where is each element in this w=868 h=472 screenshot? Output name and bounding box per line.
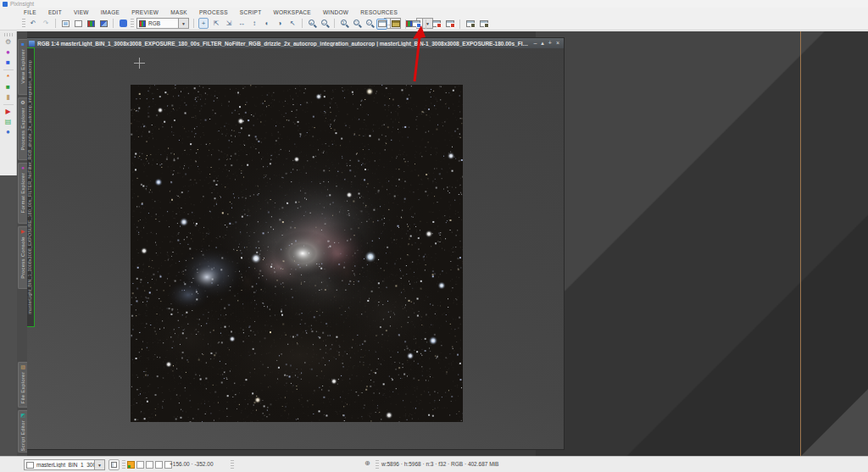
stf-a-button[interactable]: ◐ — [262, 18, 272, 29]
blue-sphere-icon[interactable]: ● — [3, 128, 14, 136]
channel-selector-value: RGB — [146, 20, 178, 26]
astro-image[interactable] — [131, 85, 463, 422]
app-title-bar: PixInsight — [0, 0, 868, 8]
menu-process[interactable]: PROCESS — [199, 9, 228, 15]
fit-view-button[interactable]: □ — [352, 18, 362, 29]
image-window-content[interactable] — [27, 48, 564, 449]
shade-all-windows-button[interactable] — [478, 19, 489, 30]
red-flag-icon[interactable]: ▶ — [3, 108, 14, 116]
shade-window-button[interactable] — [465, 19, 476, 30]
window-blue-badge-icon — [412, 20, 420, 27]
stf-b-button[interactable]: ◑ — [275, 18, 285, 29]
undo-button[interactable]: ↶ — [28, 18, 38, 29]
thumbnail-mode-button[interactable] — [390, 19, 401, 30]
rgb-image-icon — [87, 20, 95, 27]
view-selector[interactable]: masterLight_BIN_1_3008x3008_EXPOS ▼ — [24, 459, 105, 470]
pan-horizontal-icon: ↔ — [238, 19, 245, 27]
window-iconize-button[interactable]: – — [533, 39, 537, 47]
left-tool-strip: ⚙ ● ■ * ■ ▮ ▶ ▤ ● — [0, 31, 17, 175]
image-window-title-bar[interactable]: RGB 1:4 masterLight_BIN_1_3008x3008_EXPO… — [27, 38, 564, 48]
tab-label: View Explorer — [20, 49, 25, 84]
cursor-coordinates: +156.00 · -352.00 — [170, 461, 214, 467]
duplicate-image-button[interactable] — [98, 18, 108, 29]
menu-view[interactable]: VIEW — [74, 9, 89, 15]
menu-image[interactable]: IMAGE — [101, 9, 120, 15]
iconize-window-button[interactable] — [410, 19, 421, 30]
window-shade-button[interactable]: ▴ — [541, 39, 544, 47]
toolbar-separator — [405, 19, 406, 29]
fit-screen-icon: ▫ — [365, 19, 375, 29]
view-properties-button[interactable] — [108, 459, 120, 470]
workspace-square[interactable] — [146, 461, 153, 469]
redo-button[interactable]: ↷ — [41, 18, 51, 29]
select-cursor-button[interactable]: ↖ — [287, 18, 298, 29]
green-document-icon[interactable]: ▤ — [3, 118, 14, 126]
image-window[interactable]: RGB 1:4 masterLight_BIN_1_3008x3008_EXPO… — [27, 37, 565, 450]
toolbar-drag-handle[interactable] — [131, 19, 134, 28]
tab-file-explorer[interactable]: ▨ File Explorer — [18, 362, 27, 408]
process-console-icon: ▶ — [21, 229, 25, 235]
toolbar-separator — [426, 19, 426, 29]
view-window-icon — [26, 462, 34, 469]
menu-window[interactable]: WINDOW — [323, 9, 348, 15]
close-window-button[interactable] — [431, 19, 442, 30]
expand-window-button[interactable]: ⇱ — [211, 18, 221, 29]
status-separator — [122, 460, 125, 469]
new-window-button[interactable] — [73, 18, 83, 29]
zoom-out-button[interactable]: − — [320, 18, 330, 29]
tab-label: File Explorer — [20, 372, 25, 404]
channel-selector-arrow[interactable]: ▼ — [178, 19, 188, 28]
left-strip-drag-handle[interactable] — [4, 33, 13, 36]
pan-vertical-button[interactable]: ↕ — [249, 18, 259, 29]
menu-file[interactable]: FILE — [24, 9, 36, 15]
view-selector-value: masterLight_BIN_1_3008x3008_EXPOS — [34, 462, 94, 468]
window-close-button[interactable]: × — [556, 39, 559, 47]
left-strip-separator — [3, 104, 14, 105]
menu-resources[interactable]: RESOURCES — [360, 9, 398, 15]
pan-horizontal-button[interactable]: ↔ — [236, 18, 247, 29]
panel-icon — [111, 462, 117, 468]
normal-window-mode-button[interactable] — [376, 19, 387, 30]
shrink-window-button[interactable]: ⇲ — [224, 18, 234, 29]
menu-mask[interactable]: MASK — [170, 9, 187, 15]
iconized-window-tab[interactable]: masterLight_BIN_1_3008x3008_EXPOSURE_180… — [27, 47, 35, 327]
purple-circle-icon[interactable]: ● — [3, 48, 14, 57]
workspace-switcher — [127, 461, 172, 469]
toolbar-drag-handle[interactable] — [22, 19, 25, 28]
green-cube-icon[interactable]: ■ — [3, 83, 14, 92]
window-dark-badge-icon — [466, 20, 475, 27]
main-area: ⚙ ● ■ * ■ ▮ ▶ ▤ ● ■ View Explorer ⚙ Proc… — [0, 31, 868, 456]
menu-edit[interactable]: EDIT — [48, 9, 62, 15]
tab-view-explorer[interactable]: ■ View Explorer — [18, 39, 27, 95]
tab-process-console[interactable]: ▶ Process Console — [18, 226, 27, 289]
zoom-1-1-button[interactable]: 1 — [339, 18, 349, 29]
channel-selector[interactable]: RGB ▼ — [136, 18, 189, 29]
pan-mode-icon[interactable]: ⊕ — [364, 459, 370, 467]
view-selector-arrow[interactable]: ▼ — [94, 460, 104, 469]
tab-script-editor[interactable]: ◩ Script Editor — [18, 410, 27, 453]
screen-mode-button[interactable] — [60, 18, 70, 29]
toolbar-separator — [193, 19, 194, 28]
menu-script[interactable]: SCRIPT — [240, 9, 262, 15]
workspace-square-active[interactable] — [127, 461, 135, 469]
rgb-channels-icon — [139, 20, 146, 27]
tab-process-explorer[interactable]: ⚙ Process Explorer — [18, 97, 27, 160]
tab-format-explorer[interactable]: ● Format Explorer — [18, 163, 27, 224]
menu-preview[interactable]: PREVIEW — [131, 9, 159, 15]
workspace: RGB 1:4 masterLight_BIN_1_3008x3008_EXPO… — [27, 31, 868, 456]
orange-burst-icon[interactable]: * — [3, 73, 14, 81]
blue-square-icon[interactable]: ■ — [3, 58, 14, 67]
mask-button[interactable] — [118, 18, 128, 29]
zoom-in-button[interactable]: + — [307, 18, 317, 29]
track-view-button[interactable]: + — [198, 18, 209, 29]
close-all-windows-button[interactable] — [444, 19, 455, 30]
new-image-button[interactable] — [86, 18, 96, 29]
menu-workspace[interactable]: WORKSPACE — [273, 9, 310, 15]
gear-icon[interactable]: ⚙ — [3, 38, 14, 47]
workspace-square[interactable] — [136, 461, 144, 469]
toolbar: ↶ ↷ RGB ▼ + ⇱ ⇲ ↔ ↕ ◐ ◑ ↖ + − 1 □ ▫ .. — [0, 17, 868, 31]
database-icon[interactable]: ▮ — [3, 93, 14, 102]
workspace-square[interactable] — [155, 461, 163, 469]
window-maximize-button[interactable]: + — [548, 39, 552, 47]
fit-screen-button[interactable]: ▫ — [364, 18, 375, 29]
